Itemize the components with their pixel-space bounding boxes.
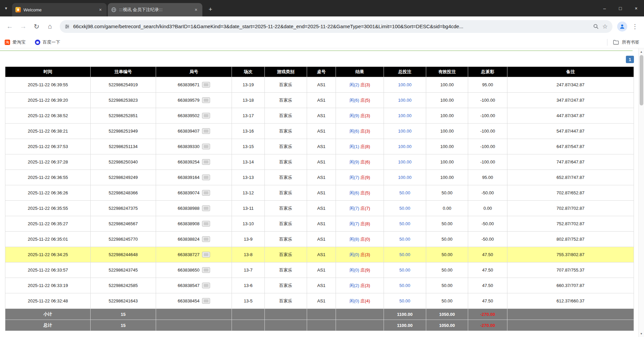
- scrollbar-thumb[interactable]: [640, 55, 643, 105]
- total-bet-link[interactable]: 100.00: [398, 129, 411, 134]
- vertical-scrollbar[interactable]: ▲ ▼: [638, 48, 644, 337]
- replay-video-icon[interactable]: [202, 205, 210, 211]
- zoom-icon[interactable]: [593, 23, 599, 30]
- total-bet-link[interactable]: 50.00: [399, 252, 410, 257]
- cell-valid-bet: 50.00: [426, 232, 468, 247]
- cell-valid-bet: 50.00: [426, 278, 468, 293]
- tab-close-icon[interactable]: ×: [97, 7, 103, 13]
- table-row[interactable]: 2025-11-22 06:37:28 522986250340 6638392…: [5, 154, 634, 170]
- close-button[interactable]: ×: [628, 0, 644, 16]
- back-button[interactable]: ←: [3, 20, 16, 33]
- total-bet-link[interactable]: 50.00: [399, 283, 410, 288]
- table-row[interactable]: 2025-11-22 06:36:55 522986249249 6638391…: [5, 170, 634, 185]
- round-number: 663839254: [178, 159, 199, 164]
- tab-close-icon[interactable]: ×: [193, 7, 199, 13]
- browser-menu-button[interactable]: ⋮: [629, 21, 641, 32]
- cell-time: 2025-11-22 06:39:55: [5, 77, 90, 92]
- replay-video-icon[interactable]: [202, 97, 210, 103]
- result-banker: 庄(0): [360, 237, 370, 242]
- total-bet-link[interactable]: 50.00: [399, 237, 410, 242]
- cell-payout: -100.00: [468, 139, 507, 154]
- table-row[interactable]: 2025-11-22 06:36:26 522986248366 6638390…: [5, 185, 634, 200]
- bookmark-baidu[interactable]: 百度一下: [35, 39, 60, 45]
- welcome-favicon-icon: [15, 7, 21, 12]
- replay-video-icon[interactable]: [202, 113, 210, 118]
- table-row[interactable]: 2025-11-22 06:38:21 522986251949 6638394…: [5, 124, 634, 139]
- table-row[interactable]: 2025-11-22 06:35:27 522986246567 6638389…: [5, 216, 634, 231]
- bookmark-taobao[interactable]: 爱淘宝: [5, 39, 26, 45]
- replay-video-icon[interactable]: [202, 221, 210, 227]
- table-row[interactable]: 2025-11-22 06:32:48 522986241643 6638384…: [5, 293, 634, 308]
- total-bet-link[interactable]: 50.00: [399, 268, 410, 273]
- total-bet-link[interactable]: 100.00: [398, 144, 411, 149]
- cell-time: 2025-11-22 06:36:26: [5, 185, 90, 200]
- table-row[interactable]: 2025-11-22 06:35:55 522986247375 6638389…: [5, 201, 634, 216]
- cell-valid-bet: 50.00: [426, 216, 468, 231]
- table-row[interactable]: 2025-11-22 06:37:53 522986251134 6638393…: [5, 139, 634, 154]
- maximize-button[interactable]: □: [612, 0, 628, 16]
- table-row[interactable]: 2025-11-22 06:38:52 522986252851 6638395…: [5, 108, 634, 123]
- replay-video-icon[interactable]: [202, 252, 210, 257]
- round-number: 663838650: [178, 268, 199, 273]
- tab-bet-record[interactable]: :::视讯 会员下注纪录::: ×: [108, 3, 202, 16]
- home-button[interactable]: ⌂: [44, 20, 56, 33]
- all-bookmarks[interactable]: 所有书签: [607, 39, 639, 46]
- scroll-down-arrow-icon[interactable]: ▼: [639, 331, 644, 336]
- navigation-bar: ← → ↻ ⌂ 66cxkj98.com/game/betrecord_sear…: [0, 16, 644, 36]
- replay-video-icon[interactable]: [202, 82, 210, 88]
- total-bet-link[interactable]: 100.00: [398, 175, 411, 180]
- cell-time: 2025-11-22 06:35:55: [5, 201, 90, 216]
- total-bet-link[interactable]: 100.00: [398, 113, 411, 118]
- cell-total-bet: 100.00: [384, 108, 426, 123]
- subtotal-payout: -270.00: [468, 309, 507, 320]
- cell-round: 663838908: [156, 216, 232, 231]
- total-bet-link[interactable]: 50.00: [399, 206, 410, 211]
- table-row[interactable]: 2025-11-22 06:39:20 522986253823 6638395…: [5, 93, 634, 108]
- replay-video-icon[interactable]: [202, 175, 210, 180]
- replay-video-icon[interactable]: [202, 159, 210, 165]
- bet-record-table: 时间 注单编号 局号 场次 游戏类别 桌号 结果 总投注 有效投注 总派彩 备注…: [5, 66, 634, 331]
- replay-video-icon[interactable]: [202, 267, 210, 273]
- table-row[interactable]: 2025-11-22 06:33:19 522986242585 6638385…: [5, 278, 634, 293]
- table-row[interactable]: 2025-11-22 06:34:25 522986244648 6638387…: [5, 247, 634, 262]
- table-row[interactable]: 2025-11-22 06:33:57 522986243745 6638386…: [5, 262, 634, 278]
- table-row[interactable]: 2025-11-22 06:39:55 522986254919 6638396…: [5, 77, 634, 92]
- site-info-icon[interactable]: [64, 24, 70, 29]
- divider: [607, 39, 607, 46]
- replay-video-icon[interactable]: [202, 144, 210, 149]
- replay-video-icon[interactable]: [202, 298, 210, 304]
- total-bet-link[interactable]: 50.00: [399, 298, 410, 303]
- total-bet-link[interactable]: 100.00: [398, 159, 411, 164]
- tab-welcome[interactable]: Welcome ×: [12, 3, 107, 16]
- result-banker: 庄(6): [360, 159, 370, 164]
- bookmark-star-icon[interactable]: ☆: [602, 23, 608, 30]
- page-number-badge[interactable]: 1: [626, 56, 634, 63]
- cell-time: 2025-11-22 06:35:01: [5, 232, 90, 247]
- cell-remark: 707.87/755.37: [507, 262, 634, 278]
- forward-button[interactable]: →: [17, 20, 30, 33]
- cell-time: 2025-11-22 06:37:53: [5, 139, 90, 154]
- refresh-button[interactable]: ↻: [30, 20, 43, 33]
- cell-payout: -100.00: [468, 108, 507, 123]
- address-bar[interactable]: 66cxkj98.com/game/betrecord_search/kind3…: [60, 20, 612, 33]
- replay-video-icon[interactable]: [202, 283, 210, 288]
- replay-video-icon[interactable]: [202, 128, 210, 134]
- cell-valid-bet: 50.00: [426, 293, 468, 308]
- result-player: 闲(6): [349, 98, 359, 103]
- tab-search-button[interactable]: ▾: [0, 0, 12, 16]
- replay-video-icon[interactable]: [202, 190, 210, 196]
- tab-title: :::视讯 会员下注纪录:::: [119, 7, 190, 13]
- taobao-icon: [5, 40, 10, 45]
- total-bet-link[interactable]: 100.00: [398, 82, 411, 87]
- total-bet-link[interactable]: 50.00: [399, 190, 410, 195]
- minimize-button[interactable]: –: [597, 0, 612, 16]
- total-bet-link[interactable]: 50.00: [399, 221, 410, 226]
- new-tab-button[interactable]: +: [205, 4, 215, 14]
- profile-avatar[interactable]: [617, 21, 627, 32]
- table-row[interactable]: 2025-11-22 06:35:01 522986245770 6638388…: [5, 232, 634, 247]
- round-number: 663839074: [178, 190, 199, 195]
- scroll-up-arrow-icon[interactable]: ▲: [639, 49, 644, 54]
- replay-video-icon[interactable]: [202, 236, 210, 242]
- total-bet-link[interactable]: 100.00: [398, 98, 411, 103]
- url-text[interactable]: 66cxkj98.com/game/betrecord_search/kind3…: [73, 23, 590, 29]
